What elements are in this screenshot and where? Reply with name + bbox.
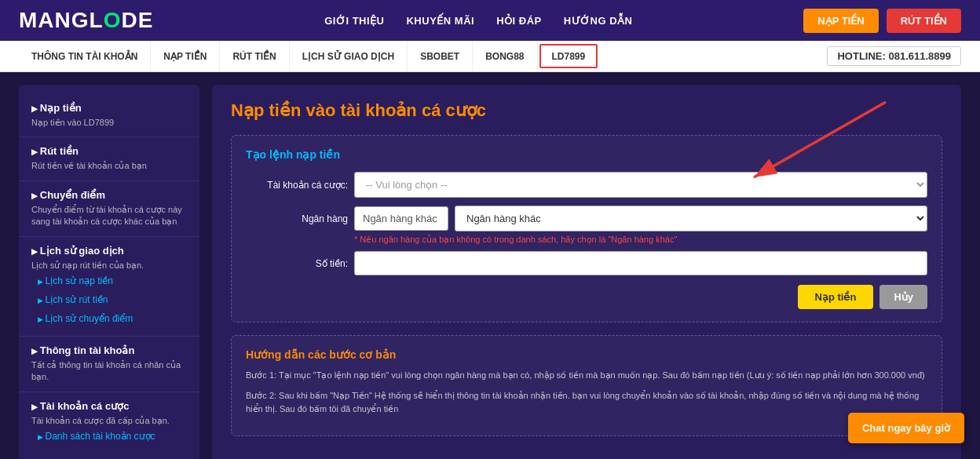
guide-step-1: Bước 1: Tại mục "Tạo lệnh nạp tiền" vui …: [246, 369, 927, 383]
sidebar-desc-lich-su: Lịch sử nạp rút tiền của bạn.: [31, 260, 187, 271]
sidebar-desc-nap-tien: Nạp tiền vào LD7899: [31, 117, 187, 129]
sidebar-title-lich-su[interactable]: Lịch sử giao dịch: [31, 245, 187, 257]
hotline: HOTLINE: 081.611.8899: [827, 46, 961, 66]
sidebar-desc-thong-tin: Tất cả thông tin tài khoản cá nhân của b…: [31, 359, 187, 384]
sidebar-sub-lich-su-chuyen[interactable]: Lịch sử chuyển điểm: [31, 309, 187, 328]
top-action-buttons: NẠP TIỀN RÚT TIỀN: [803, 9, 961, 33]
sidebar-title-nap-tien[interactable]: Nạp tiền: [31, 102, 187, 114]
ngan-hang-row: Ngân hàng Ngân hàng khác: [246, 206, 927, 231]
nav-gioi-thieu[interactable]: GIỚI THIỆU: [324, 15, 384, 27]
sidebar-desc-chuyen-diem: Chuyển điểm từ tài khoản cá cược này san…: [31, 204, 187, 228]
tai-khoan-select[interactable]: -- Vui lòng chọn --: [354, 172, 927, 198]
so-tien-label: Số tiền:: [246, 258, 348, 269]
chat-button[interactable]: Chat ngay bây giờ: [848, 413, 964, 443]
panel-title: Nạp tiền vào tài khoản cá cược: [231, 100, 942, 121]
sidebar-title-thong-tin[interactable]: Thông tin tài khoản: [31, 344, 187, 356]
top-nav-links: GIỚI THIỆU KHUYẾN MÃI HỎI ĐÁP HƯỚNG DẪN: [324, 15, 632, 27]
guide-title: Hướng dẫn các bước cơ bản: [246, 348, 927, 361]
sidebar-sub-lich-su-nap[interactable]: Lịch sử nạp tiền: [31, 271, 187, 290]
ngan-hang-input[interactable]: [354, 206, 448, 231]
sidebar-section-rut-tien: Rút tiền Rút tiền về tài khoản của bạn: [19, 137, 199, 180]
tai-khoan-label: Tài khoản cá cược:: [246, 180, 348, 191]
guide-step-2: Bước 2: Sau khi bấm "Nạp Tiền" Hệ thống …: [246, 389, 927, 417]
so-tien-row: Số tiền:: [246, 251, 927, 275]
tai-khoan-row: Tài khoản cá cược: -- Vui lòng chọn --: [246, 172, 927, 198]
nav-lich-su-giao-dich[interactable]: LỊCH SỬ GIAO DỊCH: [290, 41, 408, 71]
nav-bong88[interactable]: BONG88: [473, 41, 537, 71]
btn-nap-tien-top[interactable]: NẠP TIỀN: [803, 9, 878, 33]
guide-section: Hướng dẫn các bước cơ bản Bước 1: Tại mụ…: [231, 335, 942, 436]
sidebar-section-tai-khoan-ca-cuoc: Tài khoản cá cược Tài khoản cá cược đã c…: [19, 392, 199, 454]
btn-rut-tien-top[interactable]: RÚT TIỀN: [887, 9, 961, 33]
site-logo: MANGLODE: [19, 8, 153, 33]
nav-nap-tien[interactable]: NẠP TIỀN: [151, 41, 220, 71]
second-nav-links: THÔNG TIN TÀI KHOẢN NẠP TIỀN RÚT TIỀN LỊ…: [19, 41, 599, 71]
btn-nap-tien-submit[interactable]: Nạp tiền: [798, 285, 874, 309]
top-navigation: MANGLODE GIỚI THIỆU KHUYẾN MÃI HỎI ĐÁP H…: [0, 0, 980, 41]
nav-ld7899[interactable]: LD7899: [539, 44, 598, 68]
nav-huong-dan[interactable]: HƯỚNG DẪN: [564, 15, 633, 27]
sidebar-section-thong-tin: Thông tin tài khoản Tất cả thông tin tài…: [19, 337, 199, 392]
sidebar-section-lich-su: Lịch sử giao dịch Lịch sử nạp rút tiền c…: [19, 237, 199, 337]
nav-hoi-dap[interactable]: HỎI ĐÁP: [496, 15, 542, 27]
nav-thong-tin-tai-khoan[interactable]: THÔNG TIN TÀI KHOẢN: [19, 41, 151, 71]
sidebar-desc-rut-tien: Rút tiền về tài khoản của bạn: [31, 160, 187, 172]
second-navigation: THÔNG TIN TÀI KHOẢN NẠP TIỀN RÚT TIỀN LỊ…: [0, 41, 980, 72]
sidebar-sub-lich-su-rut[interactable]: Lịch sử rút tiền: [31, 290, 187, 309]
ngan-hang-label: Ngân hàng: [246, 213, 348, 224]
form-buttons: Nạp tiền Hủy: [246, 285, 927, 309]
so-tien-input[interactable]: [354, 251, 927, 275]
sidebar-section-chuyen-diem: Chuyển điểm Chuyển điểm từ tài khoản cá …: [19, 181, 199, 237]
bank-note: * Nếu ngân hàng của bạn không có trong d…: [354, 235, 927, 245]
btn-huy[interactable]: Hủy: [879, 285, 927, 309]
sidebar: Nạp tiền Nạp tiền vào LD7899 Rút tiền Rú…: [19, 85, 199, 459]
sidebar-title-tai-khoan-ca-cuoc[interactable]: Tài khoản cá cược: [31, 400, 187, 412]
nav-khuyen-mai[interactable]: KHUYẾN MÃI: [406, 15, 474, 27]
main-content: Nạp tiền Nạp tiền vào LD7899 Rút tiền Rú…: [0, 72, 980, 459]
ngan-hang-select[interactable]: Ngân hàng khác: [455, 206, 927, 231]
sidebar-sub-danh-sach[interactable]: Danh sách tài khoản cược: [31, 427, 187, 446]
sidebar-title-chuyen-diem[interactable]: Chuyển điểm: [31, 189, 187, 201]
form-section: Tạo lệnh nạp tiền Tài khoản cá cược: -- …: [231, 135, 942, 322]
right-panel: Nạp tiền vào tài khoản cá cược Tạo lệnh …: [212, 85, 961, 459]
sidebar-section-nap-tien: Nạp tiền Nạp tiền vào LD7899: [19, 94, 199, 137]
nav-sbobet[interactable]: SBOBET: [408, 41, 473, 71]
sidebar-title-rut-tien[interactable]: Rút tiền: [31, 145, 187, 157]
form-section-title: Tạo lệnh nạp tiền: [246, 148, 927, 161]
nav-rut-tien[interactable]: RÚT TIỀN: [220, 41, 289, 71]
sidebar-desc-tai-khoan-ca-cuoc: Tài khoản cá cược đã cấp của bạn.: [31, 415, 187, 427]
